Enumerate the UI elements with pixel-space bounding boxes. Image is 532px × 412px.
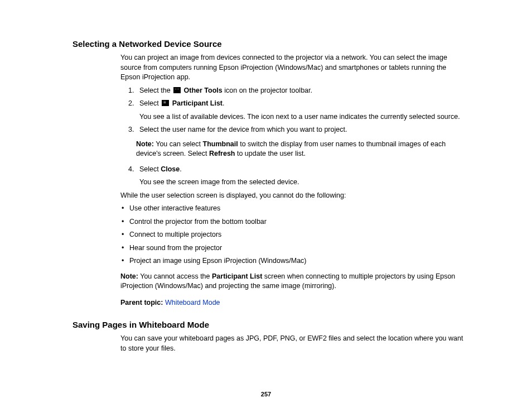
while-text: While the user selection screen is displ…	[120, 191, 465, 201]
step1-text-a: Select the	[139, 87, 172, 94]
step-3: Select the user name for the device from…	[136, 125, 465, 135]
list-item: Connect to multiple projectors	[122, 230, 465, 240]
parent-topic-link[interactable]: Whiteboard Mode	[165, 299, 220, 306]
participant-list-icon	[162, 100, 169, 106]
step2-icon-label: Participant List	[172, 99, 223, 107]
note1-label: Note:	[136, 140, 154, 148]
section2-intro: You can save your whiteboard pages as JP…	[120, 334, 465, 353]
intro-paragraph: You can project an image from devices co…	[120, 53, 465, 83]
step-2: Select Participant List. You see a list …	[136, 99, 465, 122]
step2-sub: You see a list of available devices. The…	[139, 112, 465, 122]
step2-text-a: Select	[139, 99, 161, 107]
list-item: Project an image using Epson iProjection…	[122, 256, 465, 266]
note-2: Note: You cannot access the Participant …	[120, 272, 465, 291]
step4-sub: You see the screen image from the select…	[139, 178, 465, 188]
list-item: Use other interactive features	[122, 204, 465, 214]
limitations-list: Use other interactive features Control t…	[120, 204, 465, 266]
other-tools-icon	[173, 87, 181, 93]
step-4: Select Close. You see the screen image f…	[136, 165, 465, 188]
note-1: Note: You can select Thumbnail to switch…	[136, 140, 465, 159]
step1-icon-label: Other Tools	[184, 87, 223, 94]
step2-text-b: .	[223, 99, 224, 107]
list-item: Control the projector from the bottom to…	[122, 217, 465, 227]
step-1: Select the Other Tools icon on the proje…	[136, 86, 465, 96]
parent-topic: Parent topic: Whiteboard Mode	[120, 298, 465, 308]
section-heading-2: Saving Pages in Whiteboard Mode	[72, 319, 465, 330]
step1-text-b: icon on the projector toolbar.	[223, 87, 312, 94]
page-number: 257	[0, 390, 532, 399]
list-item: Hear sound from the projector	[122, 243, 465, 253]
section-heading-1: Selecting a Networked Device Source	[72, 38, 465, 50]
